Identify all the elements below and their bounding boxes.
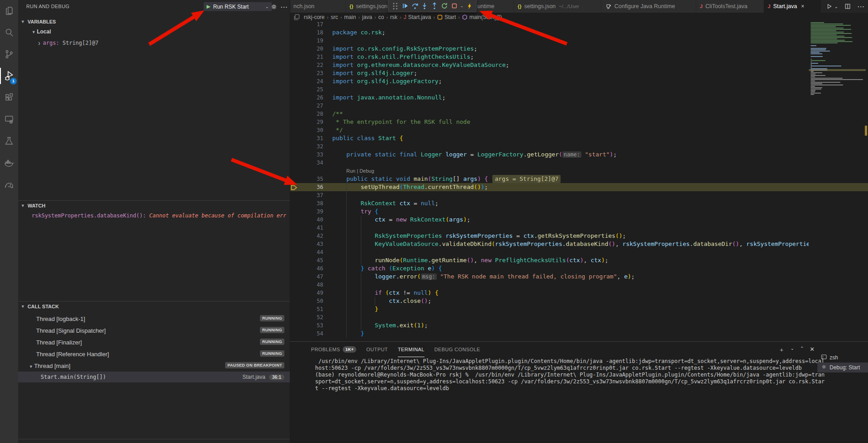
code-line-19[interactable]: 19 [290,37,868,45]
breakpoints-section-header[interactable]: BREAKPOINTS [18,439,290,443]
step-out-button[interactable] [429,1,439,11]
codelens-row[interactable]: Run | Debug [290,167,868,175]
code-line-54[interactable]: 54 } [290,330,868,338]
sidebar-item-remote-explorer[interactable] [0,108,18,130]
line-number[interactable]: 41 [290,224,323,232]
line-number[interactable]: 24 [290,77,323,85]
code-line-41[interactable]: 41 [290,224,868,232]
terminal-list-item-debug-start[interactable]: Debug: Start [817,363,868,372]
code-line-42[interactable]: 42 RskSystemProperties rskSystemProperti… [290,232,868,240]
line-number[interactable]: 21 [290,53,323,61]
code-line-50[interactable]: 50 ctx.close(); [290,297,868,305]
sidebar-item-testing[interactable] [0,130,18,152]
line-number[interactable]: 19 [290,37,323,45]
debug-settings-gear-button[interactable] [269,2,278,11]
code-line-17[interactable]: 17 [290,22,868,28]
line-number[interactable]: 26 [290,94,323,102]
line-number[interactable]: 49 [290,289,323,297]
line-number[interactable]: 31 [290,134,323,142]
code-line-46[interactable]: 46 } catch (Exception e) { [290,264,868,273]
chevron-down-icon[interactable]: ⌄ [835,4,838,9]
tab-clitoolstest-java[interactable]: J CliToolsTest.java [696,0,764,13]
code-line-25[interactable]: 25 [290,85,868,94]
sidebar-item-extensions[interactable] [0,87,18,108]
tab-terminal[interactable]: TERMINAL [398,342,425,357]
continue-button[interactable] [400,1,410,11]
more-actions-icon[interactable]: ⋯ [857,2,864,11]
code-line-47[interactable]: 47 logger.error(msg: "The RSK node main … [290,273,868,281]
toolbar-drag-grip[interactable] [390,1,400,11]
code-line-34[interactable]: 34 [290,159,868,167]
tab-output[interactable]: OUTPUT [366,342,388,357]
stop-button[interactable] [449,1,459,11]
line-number[interactable]: 38 [290,199,323,207]
call-stack-frame[interactable]: Start.main(String[])Start.java36:1 [18,372,290,382]
maximize-panel-icon[interactable]: ⌃ [800,346,804,354]
minimap[interactable] [809,22,866,341]
line-number[interactable]: 37 [290,191,323,199]
line-number[interactable]: 47 [290,273,323,281]
step-over-button[interactable] [410,1,420,11]
code-line-37[interactable]: 37 [290,191,868,199]
sidebar-item-gradle[interactable] [0,174,18,195]
new-terminal-icon[interactable]: ＋ [778,346,784,354]
line-number[interactable]: 52 [290,313,323,321]
watch-expression[interactable]: rskSystemProperties.databaseKind(): Cann… [32,212,286,219]
call-stack-thread[interactable]: Thread [Signal Dispatcher]RUNNING [18,325,290,336]
tab-launch-json[interactable]: nch.json [290,0,346,13]
line-number[interactable]: 35 [290,175,323,183]
code-line-52[interactable]: 52 [290,313,868,321]
stop-chevron-icon[interactable]: ⌄ [460,4,464,8]
breadcrumb-item[interactable]: src [331,14,338,20]
sidebar-item-source-control[interactable] [0,43,18,65]
code-line-45[interactable]: 45 runNode(Runtime.getRuntime(), new Pre… [290,256,868,264]
line-number[interactable]: 17 [290,22,323,28]
breadcrumb-file[interactable]: Start.java [408,14,431,20]
sidebar-item-run-and-debug[interactable]: 1 [0,65,18,87]
line-number[interactable]: 44 [290,248,323,256]
line-number[interactable]: 45 [290,256,323,264]
line-number[interactable]: 48 [290,281,323,289]
line-number[interactable]: 40 [290,216,323,224]
call-stack-thread[interactable]: Thread [Reference Handler]RUNNING [18,348,290,360]
line-number[interactable]: 27 [290,102,323,110]
code-line-44[interactable]: 44 [290,248,868,256]
code-line-31[interactable]: 31public class Start { [290,134,868,142]
code-line-33[interactable]: 33 private static final Logger logger = … [290,151,868,159]
tab-settings-json-user[interactable]: {} settings.json ~/.../User [514,0,601,13]
watch-section-header[interactable]: ▼ WATCH [18,200,290,211]
code-line-21[interactable]: 21import co.rsk.util.PreflightChecksUtil… [290,53,868,61]
code-line-22[interactable]: 22import org.ethereum.datasource.KeyValu… [290,61,868,69]
code-line-30[interactable]: 30 */ [290,126,868,134]
code-line-39[interactable]: 39 try { [290,207,868,216]
line-number[interactable]: 39 [290,207,323,216]
line-number[interactable]: 54 [290,330,323,338]
line-number[interactable]: 50 [290,297,323,305]
call-stack-thread[interactable]: Thread [Finalizer]RUNNING [18,336,290,348]
breadcrumb-item[interactable]: main [344,14,356,20]
breadcrumb-item[interactable]: co [378,14,384,20]
line-number[interactable]: 43 [290,240,323,248]
line-number[interactable]: 25 [290,85,323,94]
code-line-38[interactable]: 38 RskContext ctx = null; [290,199,868,207]
chevron-down-icon[interactable]: ⌄ [790,346,794,354]
code-line-40[interactable]: 40 ctx = new RskContext(args); [290,216,868,224]
code-line-26[interactable]: 26import javax.annotation.Nonnull; [290,94,868,102]
line-number[interactable]: 28 [290,110,323,118]
code-line-29[interactable]: 29 * The entrypoint for the RSK full nod… [290,118,868,126]
breadcrumb-item[interactable]: rskj-core [304,14,325,20]
code-line-27[interactable]: 27 [290,102,868,110]
code-line-28[interactable]: 28/** [290,110,868,118]
line-number[interactable]: 29 [290,118,323,126]
code-line-35[interactable]: 35 public static void main(String[] args… [290,175,868,183]
breadcrumb-method[interactable]: main(String[]) [469,14,502,20]
terminal-list-item-zsh[interactable]: zsh [817,353,868,363]
variables-section-header[interactable]: ▼ VARIABLES [18,16,290,27]
code-line-23[interactable]: 23import org.slf4j.Logger; [290,69,868,77]
code-line-48[interactable]: 48 [290,281,868,289]
variables-scope-local[interactable]: ▼ Local [32,28,51,35]
line-number[interactable]: 23 [290,69,323,77]
line-number[interactable]: 34 [290,159,323,167]
tab-start-java[interactable]: J Start.java × [764,0,821,13]
step-into-button[interactable] [420,1,429,11]
